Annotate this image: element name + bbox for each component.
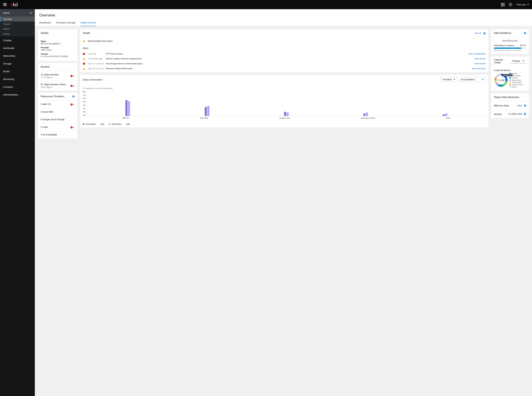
tab-dashboard[interactable]: Dashboard [39, 21, 51, 26]
legend-label: kub-lab [512, 77, 517, 79]
info-icon[interactable]: i [524, 105, 526, 107]
sidebar-item-storage[interactable]: Storage [0, 60, 35, 68]
buckets-row-title: 67 Object Buckets Claims [41, 83, 66, 86]
alert-action-link[interactable]: View Bucket [474, 62, 486, 65]
legend-item: Others [509, 86, 524, 88]
x-tick: Google Cloud [279, 117, 290, 119]
bar-group [443, 113, 447, 116]
bar[interactable] [207, 106, 209, 116]
bar[interactable] [125, 100, 127, 116]
bar[interactable] [363, 113, 365, 116]
page-header: Overview Dashboard Persistent Storage Ob… [35, 9, 532, 26]
consumption-card: Data Consumption Providers I/O Operation… [80, 75, 489, 128]
error-icon: ! [83, 53, 85, 55]
alert-time: Apr 26, 12:11 pm [88, 67, 104, 70]
provider-row-title: 3 Ceph [41, 126, 48, 128]
error-icon: ! [70, 104, 73, 106]
apps-icon[interactable] [501, 3, 504, 6]
provider-row[interactable]: 5 S3 Compatible [38, 131, 77, 139]
help-glyph: ? [510, 4, 511, 6]
help-icon[interactable]: ? [509, 3, 512, 6]
progress-note: Estimating 10 minutes to completion [494, 49, 526, 51]
sidebar-item-catalog[interactable]: Catalog [0, 36, 35, 44]
savings-label: Savings [494, 113, 502, 115]
sidebar-item-networking[interactable]: Networking [0, 52, 35, 60]
sidebar-item-compute[interactable]: Compute [0, 83, 35, 91]
provider-row[interactable]: 3 AWS S3 ! 1 [38, 101, 77, 108]
chart-legend: Total Reads 104k Total Writes 103k [83, 123, 486, 125]
caret-down-icon [453, 79, 455, 80]
content-grid: Details Name MCG-server-8g36ss2 Provider… [35, 26, 532, 142]
caret-down-icon [523, 60, 524, 61]
sidebar-item-overview[interactable]: Overview [0, 17, 35, 22]
right-column: Data Resiliency i Rebuilding data Rebuil… [491, 29, 529, 118]
provider-row-title: 3 AWS S3 [41, 103, 51, 105]
buckets-row[interactable]: 12 Object Buckets 37.2k Objects ! 1 [38, 71, 77, 81]
alert-action-link[interactable]: View Configuration [468, 52, 486, 55]
bar[interactable] [284, 112, 286, 116]
provider-row[interactable]: 6 Google Cloud Storage [38, 116, 77, 123]
info-icon[interactable]: i [524, 32, 526, 34]
legend-swatch [509, 82, 511, 83]
sidebar-item-events[interactable]: Events [0, 31, 35, 36]
alert-row: 43 minutes ago Server is below minimum r… [80, 56, 488, 61]
bar[interactable] [128, 101, 130, 116]
alert-action-link[interactable]: View Resource [472, 67, 486, 70]
sidebar-home-label: Home [3, 12, 10, 14]
provider-row[interactable]: 3 Ceph ! 2 [38, 123, 77, 131]
buckets-card: Buckets 12 Object Buckets 37.2k Objects … [38, 63, 78, 91]
providers-dropdown[interactable]: Providers [440, 77, 457, 82]
health-summary-text: Some buckets has issues [87, 40, 113, 42]
info-icon[interactable]: i [72, 95, 75, 98]
tab-object-service[interactable]: Object Service [81, 21, 96, 26]
reduction-card: Object Data Reduction Efficiency Ratio 3… [491, 93, 529, 118]
bar-group [205, 106, 209, 116]
capacity-body: Usage Breakdown [491, 66, 529, 91]
warning-icon [83, 68, 85, 70]
provider-row[interactable]: 4 Azure Blob [38, 108, 77, 116]
sidebar-home-toggle[interactable]: Home [0, 9, 35, 17]
sidebar-item-search[interactable]: Search [0, 26, 35, 31]
chart-wrap: I/O operations count (In thousands) 80k … [80, 84, 488, 128]
donut-chart[interactable]: 27.2PiB default 28% ☟ [494, 73, 508, 87]
sidebar-item-administration[interactable]: Administration [0, 91, 35, 99]
bar[interactable] [205, 107, 207, 116]
bar[interactable] [445, 113, 447, 116]
info-icon[interactable]: i [524, 113, 526, 115]
version-label: Version [41, 53, 75, 55]
user-name: First Last [516, 3, 526, 6]
health-actions: See All i [475, 32, 486, 35]
alert-row: Apr 26, 12:11 pm Resource Read/ Write is… [80, 66, 488, 72]
left-column: Details Name MCG-server-8g36ss2 Provider… [38, 29, 78, 139]
providers-heading-text: Resources Providers [41, 95, 64, 98]
user-menu[interactable]: First Last [516, 3, 529, 6]
bar[interactable] [287, 112, 289, 116]
status-badge: ! 2 [70, 126, 75, 129]
sidebar-item-workloads[interactable]: Workloads [0, 44, 35, 52]
buckets-row-text: 67 Object Buckets Claims 36.2k Objects [41, 83, 66, 88]
sidebar-item-builds[interactable]: Builds [0, 68, 35, 75]
error-icon: ! [83, 63, 85, 65]
buckets-heading: Buckets [38, 63, 77, 71]
consumption-header: Data Consumption Providers I/O Operation… [80, 75, 488, 84]
sidebar-item-projects[interactable]: Projects [0, 22, 35, 26]
tab-persistent-storage[interactable]: Persistent Storage [56, 21, 75, 26]
info-icon[interactable]: i [483, 32, 486, 35]
capacity-row: 27.2PiB default 28% ☟ defaultmain-admink… [494, 72, 526, 88]
see-all-link[interactable]: See All [475, 32, 481, 34]
resiliency-status: Rebuilding data [494, 40, 526, 42]
metric-dropdown[interactable]: I/O Operations [459, 77, 486, 82]
savings-row: Savings 77.2PiB (74%) i [491, 110, 529, 118]
sidebar-item-monitoring[interactable]: Monitoring [0, 75, 35, 83]
legend-label: main-admin [512, 75, 521, 77]
alert-action-link[interactable]: View Server [474, 58, 486, 60]
bar[interactable] [443, 114, 445, 116]
status-badge: ! 3 [70, 85, 75, 87]
logo[interactable]: okd [11, 2, 17, 7]
buckets-row[interactable]: 67 Object Buckets Claims 36.2k Objects !… [38, 81, 77, 91]
legend-swatch [509, 86, 511, 87]
hamburger-icon[interactable] [3, 3, 7, 6]
capacity-dropdown[interactable]: Projects [510, 58, 526, 64]
swatch-writes [109, 123, 110, 125]
bar[interactable] [366, 112, 368, 116]
